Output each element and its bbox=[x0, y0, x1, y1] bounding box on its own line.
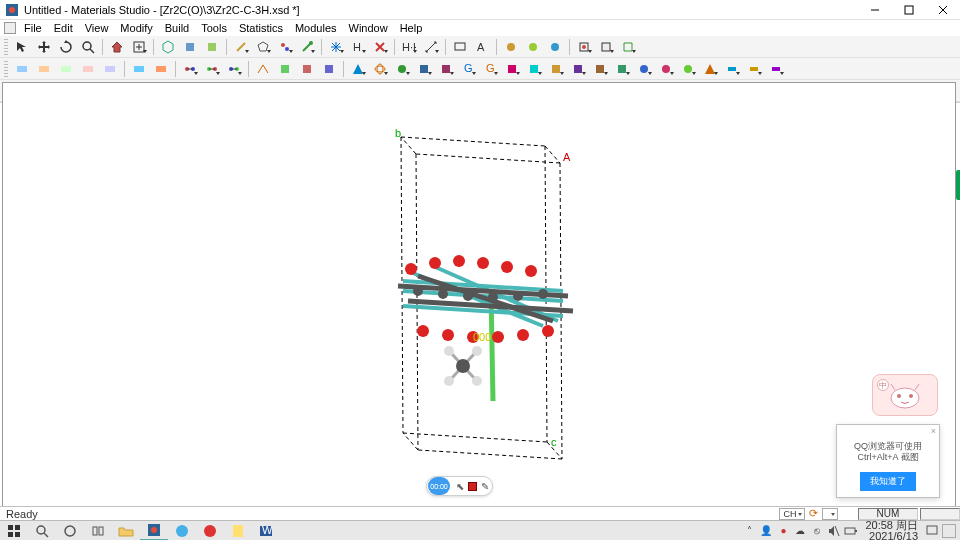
bond-btn2[interactable] bbox=[202, 60, 222, 78]
sketch-ring-tool[interactable] bbox=[253, 38, 273, 56]
taskbar-explorer[interactable] bbox=[112, 521, 140, 541]
rotate-tool[interactable] bbox=[56, 38, 76, 56]
menu-modules[interactable]: Modules bbox=[289, 22, 343, 34]
search-button[interactable] bbox=[28, 521, 56, 541]
module-dd-18[interactable] bbox=[722, 60, 742, 78]
menu-statistics[interactable]: Statistics bbox=[233, 22, 289, 34]
menu-tools[interactable]: Tools bbox=[195, 22, 233, 34]
screen-recorder-widget[interactable]: 00:00 ⬉ ✎ bbox=[426, 476, 493, 496]
popup-ok-button[interactable]: 我知道了 bbox=[860, 472, 916, 491]
module-dd-20[interactable] bbox=[766, 60, 786, 78]
adj-h-tool[interactable]: H bbox=[348, 38, 368, 56]
crystal-tool[interactable] bbox=[158, 38, 178, 56]
taskbar-materials-studio[interactable] bbox=[140, 521, 168, 541]
mod-6[interactable] bbox=[618, 38, 638, 56]
start-button[interactable] bbox=[0, 521, 28, 541]
cortana-button[interactable] bbox=[56, 521, 84, 541]
mod-row2-3[interactable] bbox=[56, 60, 76, 78]
menu-modify[interactable]: Modify bbox=[114, 22, 158, 34]
mod-row2-6[interactable] bbox=[129, 60, 149, 78]
popup-close-button[interactable]: × bbox=[931, 426, 936, 436]
zoom-tool[interactable] bbox=[78, 38, 98, 56]
select-tool[interactable] bbox=[12, 38, 32, 56]
tool-a[interactable] bbox=[180, 38, 200, 56]
tray-battery-icon[interactable] bbox=[844, 524, 858, 538]
mod-row2-1[interactable] bbox=[12, 60, 32, 78]
module-dd-5[interactable] bbox=[436, 60, 456, 78]
menu-edit[interactable]: Edit bbox=[48, 22, 79, 34]
hbond-tool[interactable]: H·H bbox=[399, 38, 419, 56]
toolbar-grip[interactable] bbox=[4, 61, 8, 77]
calc-btn1[interactable] bbox=[253, 60, 273, 78]
module-dd-3[interactable] bbox=[392, 60, 412, 78]
menu-build[interactable]: Build bbox=[159, 22, 195, 34]
tray-clock[interactable]: 20:58 周日 2021/6/13 bbox=[861, 520, 922, 541]
tray-cloud-icon[interactable]: ☁ bbox=[793, 524, 807, 538]
3d-viewport[interactable]: A b c bbox=[2, 82, 956, 510]
taskbar-browser[interactable] bbox=[168, 521, 196, 541]
module-dd-12[interactable] bbox=[590, 60, 610, 78]
mod-1[interactable] bbox=[501, 38, 521, 56]
recorder-edit-icon[interactable]: ✎ bbox=[481, 481, 489, 492]
menu-file[interactable]: File bbox=[18, 22, 48, 34]
module-dd-11[interactable] bbox=[568, 60, 588, 78]
mod-row2-5[interactable] bbox=[100, 60, 120, 78]
ime-mode-icon[interactable]: ⟳ bbox=[809, 507, 818, 520]
module-dd-19[interactable] bbox=[744, 60, 764, 78]
menu-view[interactable]: View bbox=[79, 22, 115, 34]
mod-4[interactable] bbox=[574, 38, 594, 56]
ime-lang[interactable]: CH bbox=[779, 508, 805, 520]
tray-people-icon[interactable]: 👤 bbox=[759, 524, 773, 538]
module-dd-4[interactable] bbox=[414, 60, 434, 78]
calc-btn3[interactable] bbox=[297, 60, 317, 78]
tray-action-center[interactable] bbox=[942, 524, 956, 538]
sketch-fragment-tool[interactable] bbox=[275, 38, 295, 56]
module-dd-17[interactable] bbox=[700, 60, 720, 78]
assistant-mascot[interactable]: 中 bbox=[872, 374, 938, 416]
taskbar-notes[interactable] bbox=[224, 521, 252, 541]
module-dd-8[interactable] bbox=[502, 60, 522, 78]
bond-btn1[interactable] bbox=[180, 60, 200, 78]
calc-btn4[interactable] bbox=[319, 60, 339, 78]
module-dd-7[interactable]: G bbox=[480, 60, 500, 78]
tray-volume-icon[interactable] bbox=[827, 524, 841, 538]
module-dd-10[interactable] bbox=[546, 60, 566, 78]
mod-3[interactable] bbox=[545, 38, 565, 56]
taskbar-word[interactable]: W bbox=[252, 521, 280, 541]
bond-btn3[interactable] bbox=[224, 60, 244, 78]
menu-window[interactable]: Window bbox=[343, 22, 394, 34]
module-dd-6[interactable]: G bbox=[458, 60, 478, 78]
tool-b[interactable] bbox=[202, 38, 222, 56]
mod-row2-2[interactable] bbox=[34, 60, 54, 78]
module-dd-15[interactable] bbox=[656, 60, 676, 78]
module-dd-14[interactable] bbox=[634, 60, 654, 78]
taskbar-music[interactable] bbox=[196, 521, 224, 541]
close-button[interactable] bbox=[926, 0, 960, 20]
minimize-button[interactable] bbox=[858, 0, 892, 20]
tray-notification-icon[interactable] bbox=[925, 524, 939, 538]
mod-row2-7[interactable] bbox=[151, 60, 171, 78]
home-button[interactable] bbox=[107, 38, 127, 56]
module-dd-2[interactable] bbox=[370, 60, 390, 78]
ime-mode[interactable] bbox=[822, 508, 838, 520]
module-dd-9[interactable] bbox=[524, 60, 544, 78]
tray-arrow-icon[interactable]: ˄ bbox=[742, 524, 756, 538]
delete-tool[interactable] bbox=[370, 38, 390, 56]
toolbar-grip[interactable] bbox=[4, 39, 8, 55]
recorder-stop-button[interactable] bbox=[468, 482, 477, 491]
sketch-atom-tool[interactable] bbox=[231, 38, 251, 56]
module-dd-1[interactable] bbox=[348, 60, 368, 78]
measure-tool[interactable] bbox=[421, 38, 441, 56]
tray-av-icon[interactable]: ● bbox=[776, 524, 790, 538]
mod-5[interactable] bbox=[596, 38, 616, 56]
maximize-button[interactable] bbox=[892, 0, 926, 20]
tray-net-icon[interactable]: ⎋ bbox=[810, 524, 824, 538]
module-dd-16[interactable] bbox=[678, 60, 698, 78]
task-view-button[interactable] bbox=[84, 521, 112, 541]
label-tool[interactable]: A bbox=[472, 38, 492, 56]
pan-tool[interactable] bbox=[34, 38, 54, 56]
clean-tool[interactable] bbox=[326, 38, 346, 56]
module-dd-13[interactable] bbox=[612, 60, 632, 78]
mod-2[interactable] bbox=[523, 38, 543, 56]
sketch-adjust-tool[interactable] bbox=[297, 38, 317, 56]
